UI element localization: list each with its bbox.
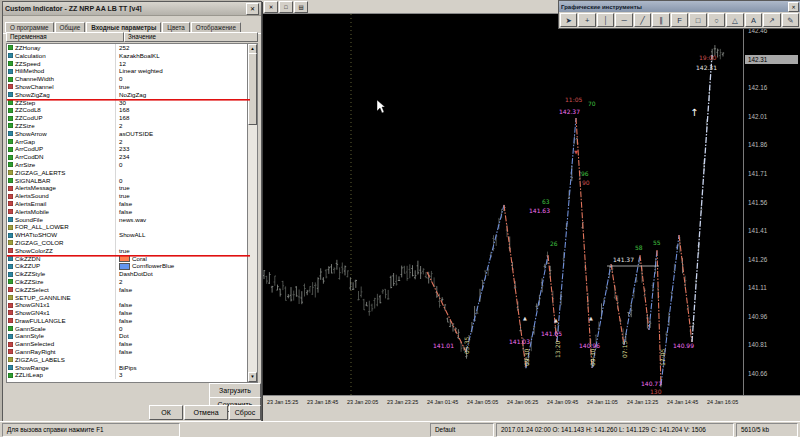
param-value[interactable]: 30 <box>116 99 250 107</box>
param-value[interactable]: true <box>116 247 250 255</box>
param-value[interactable]: BiPips <box>116 364 250 372</box>
arrow-icon[interactable]: ↗ <box>763 13 780 27</box>
param-value[interactable]: false <box>116 286 250 294</box>
param-row[interactable]: CikZZSize2 <box>7 278 250 286</box>
param-value[interactable]: false <box>116 309 250 317</box>
param-row[interactable]: SETUP_GANNLINE <box>7 294 250 302</box>
param-row[interactable]: ArrCodDN234 <box>7 153 250 161</box>
param-value[interactable]: 2 <box>116 122 250 130</box>
close-chart-button[interactable]: ✕ <box>264 1 278 13</box>
param-row[interactable]: ShowGN1x1false <box>7 301 250 309</box>
param-row[interactable]: ShowChanneltrue <box>7 83 250 91</box>
param-row[interactable]: CikZZDNCoral <box>7 255 250 263</box>
param-row[interactable]: ChannelWidth0 <box>7 75 250 83</box>
param-value[interactable]: 168 <box>116 114 250 122</box>
scroll-down-icon[interactable]: ▼ <box>248 372 257 382</box>
vertical-line-icon[interactable]: │ <box>597 13 614 27</box>
param-value[interactable]: 233 <box>116 145 250 153</box>
close-icon[interactable]: ✕ <box>246 3 259 15</box>
time-scale[interactable]: 23 Jan 15:2523 Jan 18:4523 Jan 20:0523 J… <box>261 395 800 422</box>
param-value[interactable] <box>116 223 250 231</box>
param-row[interactable]: HiliMethodLinear weighted <box>7 67 250 75</box>
param-row[interactable]: ZZCodUP168 <box>7 114 250 122</box>
chart-plot-area[interactable]: 05:35141.0163141.6309:30141.032613:20141… <box>261 14 743 395</box>
param-value[interactable]: CornflowerBlue <box>116 262 250 270</box>
param-row[interactable]: ArrSize0 <box>7 161 250 169</box>
load-button[interactable]: Загрузить <box>209 383 261 398</box>
param-value[interactable]: false <box>116 200 250 208</box>
param-value[interactable]: 0 <box>116 325 250 333</box>
param-row[interactable]: AlertsSoundtrue <box>7 192 250 200</box>
param-row[interactable]: WHATtoSHOWShowALL <box>7 231 250 239</box>
param-value[interactable]: DashDotDot <box>116 270 250 278</box>
ok-button[interactable]: ОК <box>149 405 183 420</box>
param-row[interactable]: ZZHonay252 <box>7 44 250 52</box>
param-row[interactable]: GannScale0 <box>7 325 250 333</box>
param-value[interactable] <box>116 294 250 302</box>
param-row[interactable]: AlertsEmailfalse <box>7 200 250 208</box>
param-row[interactable]: SIGNALBAR0 <box>7 177 250 185</box>
param-value[interactable]: 2 <box>116 138 250 146</box>
param-value[interactable]: news.wav <box>116 216 250 224</box>
param-row[interactable]: ShowColorZZtrue <box>7 247 250 255</box>
param-row[interactable]: GannStyleDot <box>7 332 250 340</box>
param-value[interactable]: asOUTSIDE <box>116 130 250 138</box>
param-row[interactable]: ZIGZAG_LABELS <box>7 356 250 364</box>
param-row[interactable]: SoundFilenews.wav <box>7 216 250 224</box>
param-value[interactable]: Linear weighted <box>116 67 250 75</box>
param-value[interactable]: true <box>116 83 250 91</box>
chart-list-button[interactable]: ▤ <box>294 1 308 13</box>
param-row[interactable]: ZZLitLeap3 <box>7 371 250 379</box>
param-value[interactable]: 168 <box>116 106 250 114</box>
drawing-toolbar-titlebar[interactable]: Графические инструменты ✕ <box>559 1 800 12</box>
param-row[interactable]: ZZSize2 <box>7 122 250 130</box>
param-row[interactable]: ZZStep30 <box>7 99 250 107</box>
param-row[interactable]: GannRayRightfalse <box>7 348 250 356</box>
param-row[interactable]: CikZZSelectfalse <box>7 286 250 294</box>
pencil-icon[interactable]: ✎ <box>782 13 799 27</box>
reset-button[interactable]: Сброс <box>229 405 261 420</box>
param-row[interactable]: CikZZUPCornflowerBlue <box>7 262 250 270</box>
param-value[interactable] <box>116 169 250 177</box>
param-row[interactable]: CalculationKazakhBoalKL <box>7 52 250 60</box>
param-value[interactable]: 252 <box>116 44 250 52</box>
cursor-icon[interactable]: ➤ <box>560 13 577 27</box>
param-row[interactable]: AlertsMessagetrue <box>7 184 250 192</box>
close-icon[interactable]: ✕ <box>788 2 799 12</box>
param-row[interactable]: ShowRangeBiPips <box>7 364 250 372</box>
horizontal-line-icon[interactable]: ─ <box>615 13 632 27</box>
param-value[interactable]: true <box>116 184 250 192</box>
restore-chart-button[interactable]: □ <box>279 1 293 13</box>
param-row[interactable]: AlertsMobilefalse <box>7 208 250 216</box>
param-value[interactable] <box>116 356 250 364</box>
param-value[interactable]: KazakhBoalKL <box>116 52 250 60</box>
param-value[interactable]: Dot <box>116 332 250 340</box>
trendline-icon[interactable]: ╱ <box>634 13 651 27</box>
param-value[interactable]: Coral <box>116 255 250 263</box>
param-value[interactable]: false <box>116 340 250 348</box>
param-row[interactable]: ZIGZAG_ALERTS <box>7 169 250 177</box>
param-row[interactable]: CikZZStyleDashDotDot <box>7 270 250 278</box>
param-row[interactable]: GannSelectedfalse <box>7 340 250 348</box>
param-value[interactable]: NoZigZag <box>116 91 250 99</box>
cancel-button[interactable]: Отмена <box>184 405 228 420</box>
param-row[interactable]: ZIGZAG_COLOR <box>7 239 250 247</box>
param-value[interactable]: 0 <box>116 75 250 83</box>
text-icon[interactable]: A <box>745 13 762 27</box>
scrollbar-thumb[interactable] <box>248 53 257 125</box>
chart-canvas[interactable]: 05:35141.0163141.6309:30141.032613:20141… <box>261 14 743 395</box>
param-value[interactable]: 0 <box>116 161 250 169</box>
param-value[interactable]: 2 <box>116 278 250 286</box>
crosshair-icon[interactable]: + <box>578 13 595 27</box>
fibonacci-icon[interactable]: F <box>671 13 688 27</box>
channel-icon[interactable]: ∥ <box>652 13 669 27</box>
param-row[interactable]: FOR_ALL_LOWER <box>7 223 250 231</box>
param-value[interactable]: false <box>116 317 250 325</box>
param-row[interactable]: ZZSpeed12 <box>7 60 250 68</box>
rectangle-icon[interactable]: □ <box>689 13 706 27</box>
dialog-titlebar[interactable]: Custom Indicator - ZZ NRP AA LB TT [v4] … <box>3 2 261 16</box>
param-value[interactable]: 0 <box>116 177 250 185</box>
param-row[interactable]: ZZCodL8168 <box>7 106 250 114</box>
param-row[interactable]: ShowArrowasOUTSIDE <box>7 130 250 138</box>
param-row[interactable]: ShowZigZagNoZigZag <box>7 91 250 99</box>
